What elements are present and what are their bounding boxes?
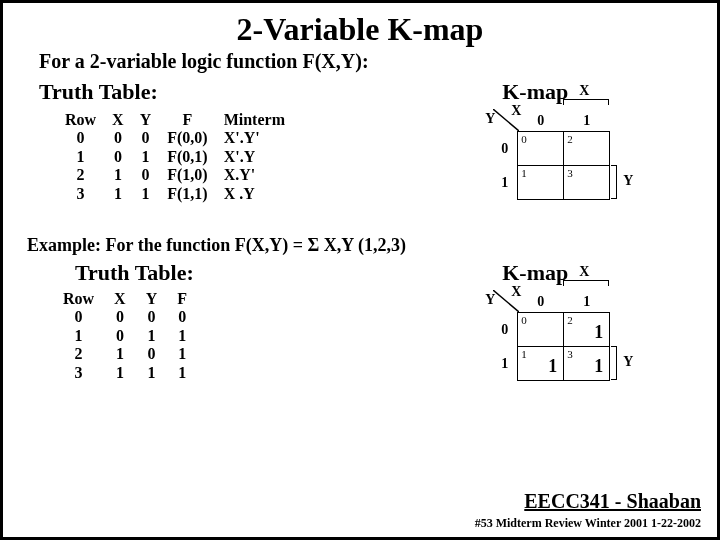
cell: 0 bbox=[57, 129, 104, 147]
kmap-cell: 2 bbox=[564, 132, 610, 166]
th-f: F bbox=[159, 111, 215, 129]
slide: 2-Variable K-map For a 2-variable logic … bbox=[0, 0, 720, 540]
cell-index: 0 bbox=[521, 133, 527, 145]
row-0: 0 bbox=[501, 141, 508, 157]
truth-table-heading-2: Truth Table: bbox=[75, 260, 373, 286]
cell: F(1,0) bbox=[159, 166, 215, 184]
x-bracket-icon bbox=[563, 99, 609, 105]
cell: 0 bbox=[132, 129, 160, 147]
th-row: Row bbox=[53, 290, 104, 308]
footer-meta: #53 Midterm Review Winter 2001 1-22-2002 bbox=[475, 516, 701, 531]
kmap-heading-2: K-map bbox=[373, 260, 697, 286]
cell: 1 bbox=[104, 185, 132, 203]
row-0: 0 bbox=[501, 322, 508, 338]
truth-table-heading: Truth Table: bbox=[39, 79, 373, 105]
col-1: 1 bbox=[583, 113, 590, 129]
cell: 0 bbox=[104, 308, 136, 326]
truth-table-block-2: Truth Table: Row X Y F 0000 1011 2101 31… bbox=[23, 260, 373, 382]
cell-index: 1 bbox=[521, 348, 527, 360]
cell: 3 bbox=[53, 364, 104, 382]
cell: 0 bbox=[167, 308, 197, 326]
cell: X.Y' bbox=[216, 166, 293, 184]
truth-table-2: Row X Y F 0000 1011 2101 3111 bbox=[53, 290, 197, 382]
cell: F(0,1) bbox=[159, 148, 215, 166]
cell: 0 bbox=[53, 308, 104, 326]
diagonal-line-icon bbox=[493, 109, 519, 131]
cell: 2 bbox=[53, 345, 104, 363]
col-0: 0 bbox=[537, 294, 544, 310]
y-axis-label: Y bbox=[623, 354, 633, 370]
kmap-grid-2: 0 21 11 31 bbox=[517, 312, 610, 381]
kmap-cell: 0 bbox=[518, 313, 564, 347]
th-x: X bbox=[104, 290, 136, 308]
cell-index: 3 bbox=[567, 348, 573, 360]
row-1: 1 bbox=[501, 175, 508, 191]
th-f: F bbox=[167, 290, 197, 308]
y-bracket-icon bbox=[611, 346, 617, 380]
truth-table-1: Row X Y F Minterm 000F(0,0)X'.Y' 101F(0,… bbox=[57, 111, 293, 203]
page-title: 2-Variable K-map bbox=[23, 11, 697, 48]
footer-course: EECC341 - Shaaban bbox=[524, 490, 701, 513]
kmap-block-1: K-map Y X 0 1 0 1 0 2 1 3 bbox=[373, 79, 697, 225]
cell: 0 bbox=[104, 129, 132, 147]
kmap-cell: 3 bbox=[564, 166, 610, 200]
cell: 2 bbox=[57, 166, 104, 184]
cell: 0 bbox=[132, 166, 160, 184]
cell: 1 bbox=[132, 148, 160, 166]
cell: F(1,1) bbox=[159, 185, 215, 203]
kmap-heading-1: K-map bbox=[373, 79, 697, 105]
y-bracket-icon bbox=[611, 165, 617, 199]
cell: X'.Y bbox=[216, 148, 293, 166]
th-y: Y bbox=[132, 111, 160, 129]
kmap-cell: 0 bbox=[518, 132, 564, 166]
page-subtitle: For a 2-variable logic function F(X,Y): bbox=[39, 50, 697, 73]
kmap-cell: 31 bbox=[564, 347, 610, 381]
col-1: 1 bbox=[583, 294, 590, 310]
cell-value: 1 bbox=[594, 356, 603, 377]
cell: 1 bbox=[136, 327, 168, 345]
th-row: Row bbox=[57, 111, 104, 129]
th-y: Y bbox=[136, 290, 168, 308]
th-x: X bbox=[104, 111, 132, 129]
kmap-grid-1: 0 2 1 3 bbox=[517, 131, 610, 200]
upper-row: Truth Table: Row X Y F Minterm 000F(0,0)… bbox=[23, 79, 697, 225]
cell-value: 1 bbox=[548, 356, 557, 377]
truth-table-block-1: Truth Table: Row X Y F Minterm 000F(0,0)… bbox=[23, 79, 373, 203]
cell: 1 bbox=[57, 148, 104, 166]
cell-index: 0 bbox=[521, 314, 527, 326]
cell-index: 2 bbox=[567, 314, 573, 326]
cell: 1 bbox=[132, 185, 160, 203]
cell: F(0,0) bbox=[159, 129, 215, 147]
cell: 1 bbox=[136, 364, 168, 382]
svg-line-1 bbox=[493, 290, 519, 312]
svg-line-0 bbox=[493, 109, 519, 131]
x-axis-label: X bbox=[579, 264, 589, 280]
col-0: 0 bbox=[537, 113, 544, 129]
y-axis-label: Y bbox=[623, 173, 633, 189]
row-1: 1 bbox=[501, 356, 508, 372]
cell-index: 2 bbox=[567, 133, 573, 145]
cell: 1 bbox=[53, 327, 104, 345]
cell: 1 bbox=[104, 166, 132, 184]
cell: 0 bbox=[104, 327, 136, 345]
cell: 1 bbox=[104, 364, 136, 382]
cell: 0 bbox=[104, 148, 132, 166]
cell-index: 1 bbox=[521, 167, 527, 179]
cell: 1 bbox=[167, 327, 197, 345]
kmap-cell: 11 bbox=[518, 347, 564, 381]
kmap-cell: 21 bbox=[564, 313, 610, 347]
cell: 1 bbox=[167, 364, 197, 382]
cell: 0 bbox=[136, 345, 168, 363]
x-axis-label: X bbox=[579, 83, 589, 99]
cell: X'.Y' bbox=[216, 129, 293, 147]
kmap-block-2: K-map Y X 0 1 0 1 0 21 11 31 bbox=[373, 260, 697, 406]
cell: 0 bbox=[136, 308, 168, 326]
cell-value: 1 bbox=[594, 322, 603, 343]
th-minterm: Minterm bbox=[216, 111, 293, 129]
cell: X .Y bbox=[216, 185, 293, 203]
lower-row: Truth Table: Row X Y F 0000 1011 2101 31… bbox=[23, 260, 697, 406]
cell: 3 bbox=[57, 185, 104, 203]
example-text: Example: For the function F(X,Y) = Σ X,Y… bbox=[27, 235, 697, 256]
x-bracket-icon bbox=[563, 280, 609, 286]
kmap-cell: 1 bbox=[518, 166, 564, 200]
